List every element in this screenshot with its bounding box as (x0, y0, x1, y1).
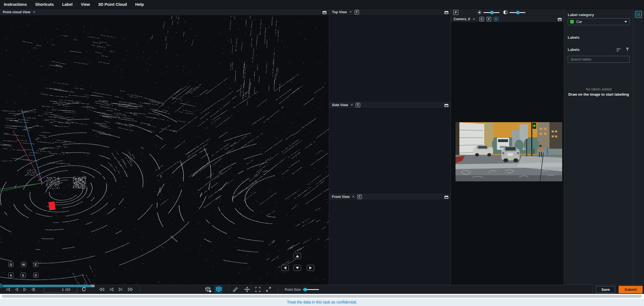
point-size-slider[interactable] (303, 289, 319, 290)
camera-header: Camera_0 ✕ C F B (451, 16, 564, 22)
bottom-toolbar: /10 (0, 285, 644, 294)
frame-region-tool-icon[interactable] (255, 287, 260, 293)
loop-playback-icon[interactable] (82, 287, 86, 293)
arrow-left-icon (284, 266, 286, 270)
arrow-up-icon (296, 255, 299, 257)
labeling-app: Instructions Shortcuts Label View 3D Poi… (0, 0, 644, 306)
step-back-button[interactable] (109, 287, 114, 293)
menu-shortcuts[interactable]: Shortcuts (31, 2, 58, 7)
keycap-d: D (33, 273, 38, 278)
top-view-header: Top View ✕ C (329, 9, 451, 15)
top-view-title: Top View (332, 10, 347, 14)
sidebar-icon-strip (633, 9, 644, 285)
arrow-right-icon (309, 266, 312, 270)
ortho-views-column: Top View ✕ C Side View ✕ C Front (329, 9, 451, 285)
confidential-banner: Treat the data in this task as confident… (0, 299, 644, 306)
contrast-icon (503, 10, 507, 15)
brightness-slider[interactable] (483, 12, 499, 13)
previous-frame-button[interactable] (14, 287, 19, 293)
menu-label[interactable]: Label (58, 2, 77, 7)
label-list-panel-icon[interactable] (635, 11, 642, 19)
camera-b-button[interactable]: B (494, 17, 498, 21)
chevron-down-icon (624, 21, 627, 23)
top-view-panel: Top View ✕ C (329, 9, 451, 102)
menu-3d-point-cloud[interactable]: 3D Point Cloud (94, 2, 131, 7)
camera-viewport (451, 22, 564, 285)
search-labels-input[interactable] (568, 56, 630, 63)
projection-button[interactable]: P (453, 10, 458, 15)
play-button[interactable] (23, 287, 27, 293)
pan-left-button[interactable] (281, 265, 289, 271)
popout-window-icon[interactable] (444, 103, 448, 108)
next-frame-button[interactable] (31, 287, 35, 293)
contrast-slider-knob[interactable] (516, 11, 520, 14)
point-cloud-canvas[interactable] (0, 15, 329, 285)
point-size-slider-knob[interactable] (303, 288, 307, 291)
keycap-s: S (20, 273, 26, 278)
pan-right-button[interactable] (307, 265, 314, 271)
side-view-camera-button[interactable]: C (356, 103, 360, 107)
pan-up-button[interactable] (294, 253, 301, 259)
confidential-message: Treat the data in this task as confident… (287, 300, 357, 304)
keycap-d-label: D (35, 274, 37, 277)
horizontal-scrollbar-track (0, 294, 644, 299)
point-size-label: Point Size (285, 287, 301, 292)
menu-view[interactable]: View (77, 2, 94, 7)
skip-to-first-frame-button[interactable] (6, 287, 11, 293)
side-view-viewport[interactable] (329, 108, 451, 193)
front-view-panel: Front View ✕ C (329, 193, 451, 285)
move-tool-icon[interactable] (244, 287, 250, 293)
submit-button[interactable]: Submit (619, 286, 643, 293)
camera-title: Camera_0 (454, 17, 470, 21)
pan-down-button[interactable] (294, 265, 301, 271)
side-view-header: Side View ✕ C (329, 102, 451, 108)
current-frame-input[interactable] (51, 287, 65, 292)
menu-bar: Instructions Shortcuts Label View 3D Poi… (0, 0, 644, 9)
close-icon[interactable]: ✕ (350, 103, 353, 107)
camera-image[interactable] (455, 122, 562, 181)
popout-window-icon[interactable] (444, 195, 448, 200)
seek-bar-knob[interactable] (0, 283, 3, 288)
ruler-tool-icon[interactable] (233, 287, 238, 293)
labels-subheading: Labels (568, 48, 580, 52)
horizontal-scrollbar-thumb[interactable] (2, 295, 642, 298)
filter-labels-icon[interactable] (625, 48, 629, 53)
arrow-down-icon (296, 267, 299, 269)
top-view-viewport[interactable] (329, 15, 451, 102)
toolbar-divider (593, 286, 593, 293)
close-icon[interactable]: ✕ (33, 10, 35, 14)
contrast-slider[interactable] (509, 12, 525, 13)
keycap-w: W (21, 262, 26, 267)
top-view-camera-button[interactable]: C (355, 10, 359, 14)
close-icon[interactable]: ✕ (473, 17, 475, 21)
sort-labels-icon[interactable] (617, 48, 621, 53)
front-view-camera-button[interactable]: C (357, 195, 362, 199)
close-icon[interactable]: ✕ (349, 10, 352, 14)
toolbar-divider (140, 286, 140, 293)
front-view-viewport[interactable] (329, 200, 451, 285)
side-view-title: Side View (332, 103, 348, 107)
camera-c-button[interactable]: C (480, 17, 484, 21)
point-cloud-panel: Point cloud View ✕ Q W E A S D (0, 9, 329, 285)
frame-counter: /10 (44, 286, 77, 293)
fast-forward-button[interactable] (128, 287, 133, 293)
keycap-q-label: Q (10, 263, 12, 266)
empty-state-subtitle: Draw on the image to start labelling (564, 92, 633, 96)
popout-window-icon[interactable] (323, 11, 326, 15)
popout-window-icon[interactable] (444, 11, 448, 15)
fast-rewind-button[interactable] (99, 287, 104, 293)
menu-help[interactable]: Help (131, 2, 148, 7)
close-icon[interactable]: ✕ (352, 195, 355, 198)
popout-window-icon[interactable] (558, 17, 562, 22)
brightness-slider-knob[interactable] (490, 11, 494, 14)
add-cuboid-tool-icon[interactable] (205, 287, 212, 294)
fullscreen-expand-icon[interactable] (266, 287, 271, 293)
label-category-heading: Label category (568, 13, 594, 17)
menu-instructions[interactable]: Instructions (0, 2, 31, 7)
save-button[interactable]: Save (596, 286, 615, 293)
edit-cuboid-tool-icon[interactable] (216, 286, 222, 294)
label-category-dropdown[interactable]: Car (568, 18, 630, 25)
camera-f-button[interactable]: F (487, 17, 491, 21)
label-sidebar: Label category Car Labels Labels No labe… (564, 9, 644, 285)
step-forward-button[interactable] (118, 287, 123, 293)
